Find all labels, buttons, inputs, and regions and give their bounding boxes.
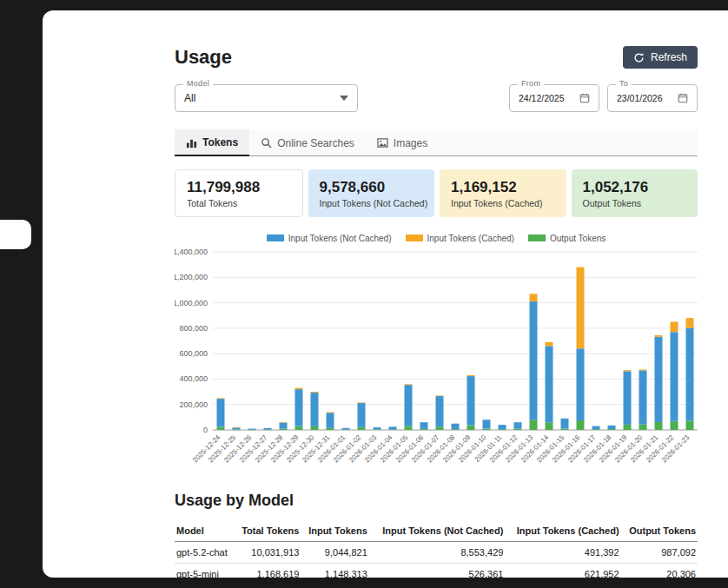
value-cell: 9,044,821 [301,542,368,564]
legend-label: Output Tokens [550,234,606,243]
stat-card-total-tokens: 11,799,988 Total Tokens [175,169,303,217]
bar-segment [280,429,288,430]
from-date-input[interactable]: From 24/12/2025 [509,84,599,112]
stat-label: Total Tokens [187,198,302,208]
bar-segment [295,389,303,426]
bar-segment [577,420,585,430]
bar-segment [327,413,334,413]
bar-segment [608,429,616,430]
usage-bar-chart: 0200,000400,000600,000800,0001,000,0001,… [175,247,698,471]
tab-tokens[interactable]: Tokens [175,129,249,156]
value-cell: 10,031,913 [235,542,301,564]
bar-segment [686,318,694,327]
bar-segment [452,424,460,429]
main-panel: Usage Refresh Model All From 24/12/2025 [43,10,728,578]
usage-by-model-table: ModelTotal TokensInput TokensInput Token… [175,520,698,578]
table-row: gpt-5-mini1,168,6191,148,313526,361621,9… [175,564,698,578]
calendar-icon[interactable] [579,93,590,103]
chart-legend: Input Tokens (Not Cached)Input Tokens (C… [175,233,698,243]
bar-segment [530,420,538,430]
bar-segment [311,426,319,430]
bar-segment [530,294,538,301]
date-range-group: From 24/12/2025 To 23/01/2026 [509,84,698,112]
bar-segment [686,420,694,430]
bar-segment [452,429,460,430]
legend-item[interactable]: Output Tokens [528,234,606,243]
value-cell: 1,148,313 [301,564,368,578]
y-tick-label: 400,000 [179,374,208,383]
page-header: Usage Refresh [175,10,698,69]
tab-images[interactable]: Images [366,129,439,155]
legend-label: Input Tokens (Not Cached) [288,234,392,243]
model-select-label: Model [183,79,213,88]
value-cell: 8,553,429 [369,542,506,564]
bar-segment [639,370,647,424]
model-select[interactable]: Model All [175,84,358,112]
bar-segment [671,332,678,421]
to-date-input[interactable]: To 23/01/2026 [607,84,698,112]
table-body: gpt-5.2-chat10,031,9139,044,8218,553,429… [175,542,698,578]
filters-row: Model All From 24/12/2025 To 23/01/2026 [175,84,698,112]
bar-segment [374,429,381,430]
bar-segment [655,337,663,422]
legend-label: Input Tokens (Cached) [427,234,514,243]
bar-segment [295,426,303,430]
legend-item[interactable]: Input Tokens (Cached) [406,234,514,243]
bar-segment [389,426,397,429]
bar-segment [671,322,678,333]
bar-segment [483,420,491,428]
table-header: ModelTotal TokensInput TokensInput Token… [175,520,698,542]
search-icon [261,137,272,149]
legend-item[interactable]: Input Tokens (Not Cached) [267,234,392,243]
bar-segment [624,370,632,371]
stat-card-input-not-cached: 9,578,660 Input Tokens (Not Cached) [308,169,435,217]
y-tick-label: 1,200,000 [175,273,208,281]
model-select-value: All [184,92,195,104]
value-cell: 491,392 [505,542,620,564]
bar-segment [374,427,381,429]
refresh-button[interactable]: Refresh [623,46,698,69]
to-date-value: 23/01/2026 [617,93,663,103]
column-header: Input Tokens (Cached) [505,520,620,542]
model-name-cell: gpt-5-mini [175,564,235,578]
bar-segment [514,422,522,428]
chevron-down-icon [340,96,348,101]
y-tick-label: 0 [203,426,208,434]
bar-segment [311,393,319,426]
from-date-label: From [518,79,544,88]
column-header: Input Tokens [301,520,368,542]
bar-chart-icon [186,137,197,149]
bar-segment [436,395,444,396]
bar-segment [655,422,663,430]
bar-segment [420,422,428,429]
bar-segment [561,429,569,430]
y-tick-label: 600,000 [179,349,208,358]
from-date-value: 24/12/2025 [519,93,565,103]
stat-label: Input Tokens (Cached) [451,198,566,208]
tab-online-searches[interactable]: Online Searches [249,129,366,155]
page-title: Usage [175,46,232,69]
stat-card-output-tokens: 1,052,176 Output Tokens [572,169,698,217]
stat-value: 1,169,152 [451,179,566,195]
bar-segment [295,388,303,389]
y-tick-label: 1,000,000 [175,299,208,307]
stat-value: 9,578,660 [320,179,435,195]
stat-card-input-cached: 1,169,152 Input Tokens (Cached) [440,169,566,217]
bar-segment [389,429,397,430]
bar-segment [233,427,241,428]
bar-segment [592,426,600,430]
bar-segment [655,335,663,337]
bar-segment [280,423,288,429]
bar-segment [467,375,475,376]
y-tick-label: 1,400,000 [175,248,208,256]
bar-segment [405,384,413,385]
column-header: Model [175,520,235,542]
side-drawer-handle[interactable] [0,220,31,249]
calendar-icon[interactable] [678,93,688,103]
bar-segment [405,385,413,426]
column-header: Input Tokens (Not Cached) [369,520,506,542]
legend-swatch [406,235,423,241]
bar-segment [467,376,475,425]
bar-segment [280,422,288,423]
bar-segment [546,346,553,422]
